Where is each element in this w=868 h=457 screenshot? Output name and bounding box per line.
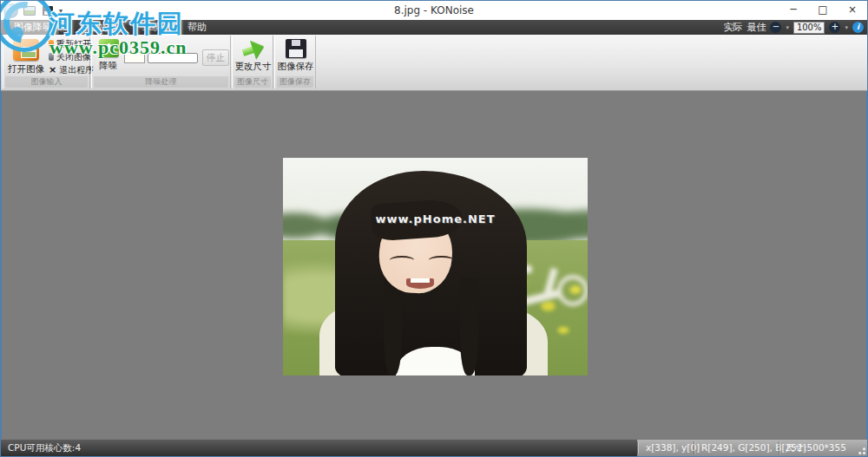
window-title: 8.jpg - KONoise xyxy=(1,1,867,20)
stop-button[interactable]: 停止 xyxy=(202,49,229,66)
group-image-size: 更改尺寸 图像尺寸 xyxy=(232,36,273,88)
denoise-button[interactable]: 降噪 xyxy=(94,36,123,72)
close-image-button[interactable]: 关闭图像 xyxy=(49,50,91,63)
reopen-label: 重新打开 xyxy=(56,38,91,50)
title-bar: 8.jpg - KONoise ▾ ─ □ × xyxy=(1,1,867,20)
loaded-photo[interactable]: www.pHome.NET xyxy=(283,158,588,375)
app-icon[interactable] xyxy=(3,3,18,18)
zoom-level-value[interactable]: 100% xyxy=(793,22,825,34)
reopen-icon xyxy=(49,40,54,48)
photo-watermark: www.pHome.NET xyxy=(283,212,588,225)
tab-help[interactable]: 帮助 xyxy=(181,21,214,35)
denoise-progress-bar xyxy=(148,53,198,63)
status-bar: CPU可用核心数:4 x[338], y[0] R[249], G[250], … xyxy=(1,439,867,456)
tab-other-processing[interactable]: 其它处理 xyxy=(71,21,123,35)
image-canvas[interactable]: www.pHome.NET xyxy=(1,91,867,441)
group-caption-image-save: 图像保存 xyxy=(277,76,313,88)
minimize-button[interactable]: ─ xyxy=(779,1,808,20)
exit-icon: × xyxy=(49,66,56,75)
konoise-window: 8.jpg - KONoise ▾ ─ □ × 图像降噪 其它处理 系统 帮助 … xyxy=(0,0,868,457)
zoom-in-button[interactable]: + xyxy=(829,22,840,33)
close-image-label: 关闭图像 xyxy=(56,51,91,63)
status-separator xyxy=(694,441,694,454)
floppy-disk-icon xyxy=(286,39,306,58)
ribbon-tab-bar: 图像降噪 其它处理 系统 帮助 实际 最佳 − ▾ 100% + ▾ i xyxy=(1,20,867,35)
info-button[interactable]: i xyxy=(852,22,864,33)
quick-save-button[interactable] xyxy=(41,5,55,16)
reopen-button[interactable]: 重新打开 xyxy=(49,37,91,50)
group-caption-image-input: 图像输入 xyxy=(5,76,88,88)
maximize-button[interactable]: □ xyxy=(808,1,838,20)
zoom-out-button[interactable]: − xyxy=(770,22,781,33)
quick-access-toolbar: ▾ xyxy=(3,2,62,19)
tab-image-denoise[interactable]: 图像降噪 xyxy=(7,21,59,35)
window-controls: ─ □ × xyxy=(779,1,867,20)
group-denoise-processing: 降噪 停止 降噪处理 xyxy=(91,36,231,88)
zoom-out-dropdown-icon[interactable]: ▾ xyxy=(786,24,789,31)
resize-arrow-icon xyxy=(239,36,267,62)
resize-grip[interactable] xyxy=(856,445,866,455)
save-image-button[interactable]: 图像保存 xyxy=(276,36,315,73)
input-small-buttons: 重新打开 关闭图像 × 退出程序 xyxy=(49,37,91,76)
zoom-controls: 实际 最佳 − ▾ 100% + ▾ i xyxy=(723,20,864,35)
status-bar-right: x[338], y[0] R[249], G[250], B[252] 尺寸:5… xyxy=(637,440,867,456)
status-separator xyxy=(779,441,779,454)
resize-label: 更改尺寸 xyxy=(235,61,272,73)
close-image-icon xyxy=(49,53,54,61)
zoom-actual-button[interactable]: 实际 xyxy=(723,21,742,34)
save-image-label: 图像保存 xyxy=(278,61,314,73)
zoom-best-fit-button[interactable]: 最佳 xyxy=(746,21,766,34)
exit-program-button[interactable]: × 退出程序 xyxy=(49,63,91,76)
denoise-value-box[interactable] xyxy=(124,52,145,63)
denoise-icon xyxy=(99,39,119,57)
group-caption-image-size: 图像尺寸 xyxy=(234,76,271,88)
save-icon xyxy=(43,6,53,16)
image-icon xyxy=(23,6,36,16)
photo-girl xyxy=(283,158,588,375)
denoise-label: 降噪 xyxy=(100,60,118,72)
exit-label: 退出程序 xyxy=(59,64,94,76)
close-button[interactable]: × xyxy=(838,1,867,20)
open-image-label: 打开图像 xyxy=(8,63,44,75)
group-caption-denoise: 降噪处理 xyxy=(94,76,228,88)
cpu-cores-status: CPU可用核心数:4 xyxy=(1,440,637,456)
image-size-status: 尺寸:500*355 xyxy=(786,440,846,456)
resize-button[interactable]: 更改尺寸 xyxy=(233,36,273,73)
qat-dropdown-icon[interactable]: ▾ xyxy=(59,7,62,15)
status-separator xyxy=(637,441,638,454)
quick-open-button[interactable] xyxy=(22,5,37,16)
group-image-input: 打开图像 重新打开 关闭图像 × 退出程序 图像输入 xyxy=(3,36,90,88)
open-image-icon xyxy=(13,39,39,61)
tab-system[interactable]: 系统 xyxy=(135,21,168,35)
cursor-position-status: x[338], y[0] xyxy=(646,440,700,456)
open-image-button[interactable]: 打开图像 xyxy=(4,36,48,75)
ribbon: 打开图像 重新打开 关闭图像 × 退出程序 图像输入 xyxy=(1,35,867,91)
group-image-save: 图像保存 图像保存 xyxy=(274,36,316,88)
zoom-in-dropdown-icon[interactable]: ▾ xyxy=(845,24,848,31)
